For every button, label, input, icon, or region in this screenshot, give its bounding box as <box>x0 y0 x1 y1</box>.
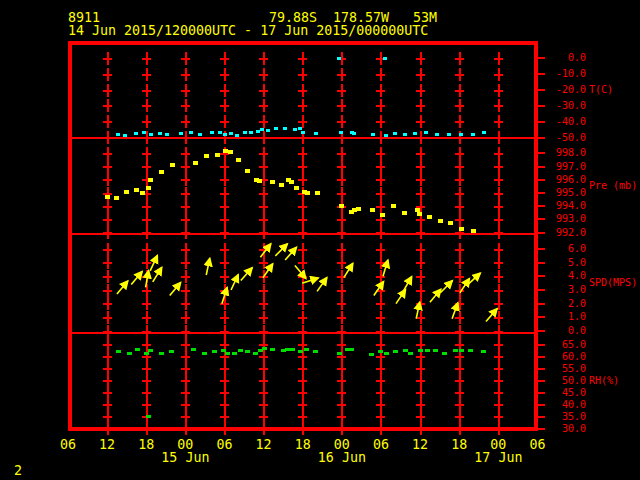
data-point-pressure <box>370 208 375 212</box>
data-point-pressure <box>339 204 344 208</box>
data-point-temperature <box>243 131 247 134</box>
axis-tick-label: 4.0 <box>540 271 586 281</box>
data-point-pressure <box>315 191 320 195</box>
grid-tick-cross <box>416 173 425 186</box>
grid-tick-cross <box>494 297 503 310</box>
grid-tick-cross <box>455 99 464 112</box>
grid-tick-cross <box>298 256 307 269</box>
data-point-pressure <box>140 191 145 195</box>
grid-tick-cross <box>376 200 385 213</box>
station-timeseries-screen: 8911 79.88S 178.57W 53M 14 Jun 2015/1200… <box>0 0 640 480</box>
axis-tick-label: 996.0 <box>540 175 586 185</box>
grid-tick-cross <box>416 284 425 297</box>
grid-tick-cross <box>103 325 112 338</box>
data-point-temperature <box>352 132 356 135</box>
grid-tick-cross <box>298 115 307 128</box>
grid-tick-cross <box>142 213 151 226</box>
data-point-pressure <box>427 215 432 219</box>
data-point-temperature <box>223 133 227 136</box>
data-point-rh <box>202 352 207 355</box>
axis-tick-label: 40.0 <box>540 400 586 410</box>
grid-tick-cross <box>494 270 503 283</box>
data-point-rh <box>232 352 237 355</box>
axis-tick-label: 6.0 <box>540 244 586 254</box>
data-point-pressure <box>270 180 275 184</box>
grid-tick-cross <box>181 68 190 81</box>
grid-tick-cross <box>494 160 503 173</box>
grid-tick-cross <box>376 297 385 310</box>
data-point-temperature <box>393 132 397 135</box>
data-point-pressure <box>289 180 294 184</box>
grid-tick-cross <box>494 147 503 160</box>
data-point-rh <box>212 350 217 353</box>
grid-tick-cross <box>376 187 385 200</box>
grid-tick-cross <box>337 115 346 128</box>
data-point-rh <box>245 350 250 353</box>
grid-tick-cross <box>142 270 151 283</box>
data-point-temperature <box>179 132 183 135</box>
axis-tick-label: 992.0 <box>540 228 586 238</box>
data-point-pressure <box>236 158 241 162</box>
data-point-pressure <box>402 211 407 215</box>
grid-tick-cross <box>142 311 151 324</box>
grid-tick-cross <box>337 284 346 297</box>
data-point-rh <box>313 350 318 353</box>
data-point-rh <box>146 415 151 418</box>
time-range-title: 14 Jun 2015/120000UTC - 17 Jun 2015/0000… <box>68 24 428 37</box>
axis-tick-label: 0.0 <box>540 326 586 336</box>
page-number: 2 <box>14 464 22 477</box>
x-hour-label: 12 <box>244 438 284 451</box>
data-point-pressure <box>391 204 396 208</box>
data-point-pressure <box>257 179 262 183</box>
axis-title-pressure: Pre (mb) <box>589 181 637 191</box>
grid-tick-cross <box>337 422 346 435</box>
grid-tick-cross <box>298 84 307 97</box>
grid-tick-cross <box>142 256 151 269</box>
grid-tick-cross <box>181 187 190 200</box>
grid-tick-cross <box>376 256 385 269</box>
grid-tick-cross <box>103 311 112 324</box>
data-point-pressure <box>159 170 164 174</box>
data-point-temperature <box>371 133 375 136</box>
data-point-pressure <box>148 178 153 182</box>
grid-tick-cross <box>181 226 190 239</box>
data-point-temperature <box>142 131 146 134</box>
data-point-rh <box>191 348 196 351</box>
grid-tick-cross <box>494 284 503 297</box>
data-point-temperature <box>229 132 233 135</box>
grid-tick-cross <box>220 173 229 186</box>
grid-tick-cross <box>259 422 268 435</box>
grid-tick-cross <box>494 325 503 338</box>
axis-tick-label: 50.0 <box>540 376 586 386</box>
data-point-pressure <box>459 227 464 231</box>
grid-tick-cross <box>337 226 346 239</box>
axis-tick-label: 35.0 <box>540 412 586 422</box>
grid-tick-cross <box>103 68 112 81</box>
grid-tick-cross <box>142 147 151 160</box>
grid-tick-cross <box>376 270 385 283</box>
axis-tick-label: 994.0 <box>540 201 586 211</box>
axis-tick-label: -20.0 <box>540 85 586 95</box>
grid-tick-cross <box>259 131 268 144</box>
data-point-pressure <box>356 207 361 211</box>
grid-tick-cross <box>376 284 385 297</box>
axis-tick-label: -40.0 <box>540 117 586 127</box>
grid-tick-cross <box>181 52 190 65</box>
grid-tick-cross <box>416 226 425 239</box>
grid-tick-cross <box>455 160 464 173</box>
grid-tick-cross <box>142 52 151 65</box>
grid-tick-cross <box>494 84 503 97</box>
grid-tick-cross <box>220 52 229 65</box>
data-point-rh <box>304 348 309 351</box>
grid-tick-cross <box>142 325 151 338</box>
grid-tick-cross <box>181 84 190 97</box>
grid-tick-cross <box>376 131 385 144</box>
grid-tick-cross <box>416 256 425 269</box>
data-point-temperature <box>459 133 463 136</box>
data-point-pressure <box>228 150 233 154</box>
data-point-temperature <box>210 131 214 134</box>
grid-tick-cross <box>220 226 229 239</box>
grid-tick-cross <box>337 311 346 324</box>
grid-tick-cross <box>220 256 229 269</box>
data-point-pressure <box>279 183 284 187</box>
